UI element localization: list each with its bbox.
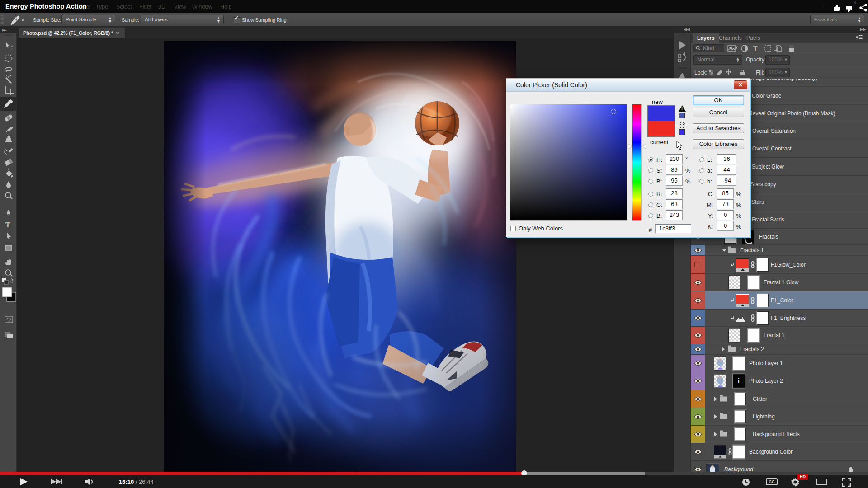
svg-text:T: T	[753, 45, 758, 52]
